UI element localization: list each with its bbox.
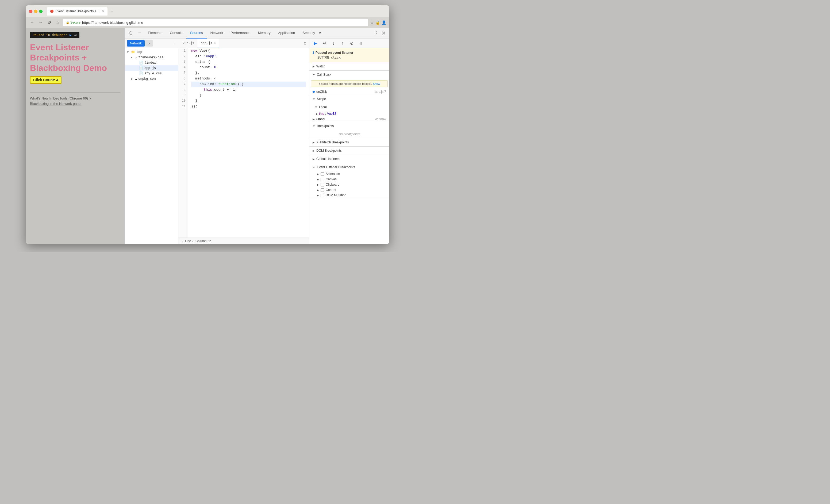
url-text: https://framework-blackboxing.glitch.me [82,21,143,25]
tab-memory[interactable]: Memory [254,28,274,38]
debugger-banner: Paused in debugger ▶ ⏭ [30,32,79,38]
xhr-breakpoints-header[interactable]: ▶ XHR/fetch Breakpoints [309,138,389,146]
extension-icon[interactable]: 🔒 [376,20,380,25]
tab-sources[interactable]: Sources [186,28,207,38]
line-num-3: 3 [181,59,186,65]
pause-on-exceptions-button[interactable]: ⏸ [357,40,364,47]
call-stack-warning: 3 stack frames are hidden (black-boxed).… [311,80,388,87]
call-stack-item-onclick[interactable]: onClick app.js:7 [309,89,389,95]
split-editor-button[interactable]: ⊡ [301,40,308,46]
home-button[interactable]: ⌂ [55,20,61,25]
tab-close-button[interactable]: ✕ [102,10,104,13]
device-mode-button[interactable]: ▭ [135,29,143,37]
click-count-button[interactable]: Click Count: 4 [30,76,62,84]
code-content[interactable]: new Vue({ el: '#app', data: { count: 0 }… [188,48,309,238]
resume-icon[interactable]: ▶ [69,33,71,37]
devtools-toolbar: ⬡ ▭ Elements Console Sources Network Per… [125,28,389,38]
tree-item-stylecss[interactable]: 📄 style.css [125,71,178,76]
tab-console[interactable]: Console [166,28,186,38]
url-actions: ☆ 🔒 👤 [370,20,386,25]
call-stack-show-link[interactable]: Show [373,82,380,85]
dom-breakpoints-header[interactable]: ▶ DOM Breakpoints [309,147,389,155]
step-out-button[interactable]: ↑ [339,40,346,47]
secure-label: Secure [70,21,81,24]
user-icon[interactable]: 👤 [382,20,386,25]
listener-item-canvas[interactable]: ▶ Canvas [309,177,389,182]
close-devtools-button[interactable]: ✕ [380,30,387,36]
listener-item-animation[interactable]: ▶ Animation [309,171,389,177]
listener-animation-arrow-icon: ▶ [317,172,319,176]
call-stack-warning-text: 3 stack frames are hidden (black-boxed). [319,82,372,85]
back-button[interactable]: ← [29,20,35,25]
sidebar-tab-more[interactable]: » [145,40,153,46]
listener-item-control[interactable]: ▶ Control [309,187,389,193]
tab-network[interactable]: Network [207,28,227,38]
page-link-2[interactable]: Blackboxing in the Network panel [30,101,120,106]
code-line-1: new Vue({ [191,48,306,54]
code-editor: 1 2 3 4 5 6 7 8 9 10 11 [178,48,309,238]
close-button[interactable] [29,10,32,13]
inspect-element-button[interactable]: ⬡ [127,29,134,37]
sidebar-more-button[interactable]: ⋮ [172,41,176,45]
global-listeners-header[interactable]: ▶ Global Listeners [309,155,389,163]
tree-item-index[interactable]: 📄 (index) [125,60,178,65]
listener-dom-mutation-checkbox[interactable] [321,194,324,197]
call-stack-section-header[interactable]: ▼ Call Stack [309,71,389,78]
reload-button[interactable]: ↺ [46,20,53,25]
new-tab-button[interactable]: + [108,8,116,14]
tree-item-unpkg[interactable]: ▶ ☁ unpkg.com [125,76,178,81]
listener-control-checkbox[interactable] [321,188,324,192]
tree-item-framework[interactable]: ▼ ☁ framework-bla [125,55,178,60]
page-link-1[interactable]: What's New In DevTools (Chrome 66) > [30,96,120,101]
watch-section-header[interactable]: ▶ Watch [309,62,389,70]
sidebar-tab-network[interactable]: Network [127,40,145,46]
breakpoints-section-header[interactable]: ▼ Breakpoints [309,122,389,130]
code-tab-close-icon[interactable]: ✕ [214,41,216,45]
sources-sidebar: Network » ⋮ ▼ 📁 top ▼ [125,38,178,244]
step-into-button[interactable]: ↓ [330,40,337,47]
code-line-5: }, [191,70,306,76]
debugger-banner-text: Paused in debugger [33,33,67,37]
listener-item-dom-mutation[interactable]: ▶ DOM Mutation [309,193,389,198]
lock-icon: 🔒 [66,21,69,24]
code-tab-vuejs[interactable]: vue.js [180,38,197,48]
resume-button[interactable]: ▶ [312,40,319,47]
event-listener-breakpoints-header[interactable]: ▼ Event Listener Breakpoints [309,163,389,171]
more-tabs-button[interactable]: » [319,30,321,36]
code-tab-appjs[interactable]: app.js ✕ [197,38,219,48]
scope-local-this[interactable]: ▶ this : Vue$3 [309,111,389,116]
tab-performance[interactable]: Performance [227,28,254,38]
code-line-7: onClick: function() { [191,82,306,87]
url-field[interactable]: 🔒 Secure https://framework-blackboxing.g… [63,19,368,26]
active-tab[interactable]: Event Listener Breakpoints + ☰ ✕ [47,7,107,15]
tab-favicon [50,9,54,13]
minimize-button[interactable] [34,10,37,13]
scope-label: Scope [317,97,326,101]
tab-application[interactable]: Application [274,28,299,38]
listener-item-clipboard[interactable]: ▶ Clipboard [309,182,389,187]
maximize-button[interactable] [39,10,42,13]
step-icon[interactable]: ⏭ [73,33,77,37]
global-listeners-section: ▶ Global Listeners [309,155,389,163]
listener-canvas-checkbox[interactable] [321,178,324,181]
scope-section-header[interactable]: ▼ Scope [309,95,389,103]
tree-label-stylecss: style.css [145,71,162,75]
xhr-breakpoints-label: XHR/fetch Breakpoints [316,140,349,144]
listener-clipboard-checkbox[interactable] [321,183,324,186]
xhr-arrow-icon: ▶ [313,141,315,144]
forward-button[interactable]: → [37,20,44,25]
tree-item-top[interactable]: ▼ 📁 top [125,49,178,55]
code-area: vue.js app.js ✕ ⊡ 1 2 [178,38,309,244]
settings-button[interactable]: ⋮ [374,30,379,36]
tab-security[interactable]: Security [299,28,319,38]
format-icon[interactable]: {} [181,239,183,243]
deactivate-breakpoints-button[interactable]: ⊘ [348,40,355,47]
scope-global-item[interactable]: ▶ Global Window [309,116,389,122]
step-over-button[interactable]: ↩ [321,40,328,47]
listener-animation-checkbox[interactable] [321,172,324,176]
tree-item-appjs[interactable]: 📄 app.js [125,65,178,71]
tab-elements[interactable]: Elements [144,28,166,38]
scope-local-header[interactable]: ▼ Local [309,103,389,111]
bookmark-icon[interactable]: ☆ [370,20,374,25]
paused-title: ℹ Paused on event listener [313,51,386,55]
